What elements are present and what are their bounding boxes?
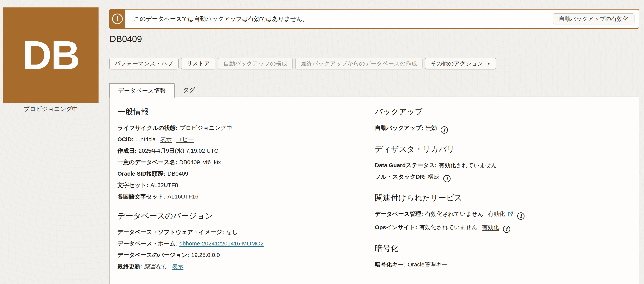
field-encryption-key: 暗号化キー:Oracle管理キー (375, 261, 628, 268)
ops-insights-info-icon[interactable]: i (503, 226, 510, 233)
field-database-software-image-label: データベース・ソフトウェア・イメージ: (118, 229, 224, 235)
performance-hub-button-label: パフォーマンス・ハブ (115, 60, 173, 68)
page-title: DB0409 (110, 34, 142, 44)
field-ocid-label: OCID: (118, 136, 134, 143)
field-ops-insights-value: 有効化されていません (419, 224, 478, 230)
more-actions-button[interactable]: その他のアクション▼ (425, 58, 496, 69)
tab-tags[interactable]: タグ (174, 83, 203, 97)
external-link-icon[interactable] (507, 210, 514, 218)
field-oracle-sid-prefix-label: Oracle SID接頭辞: (118, 171, 166, 177)
database-management-info-icon-glyph: i (520, 214, 522, 218)
field-character-set: 文字セット:AL32UTF8 (118, 181, 371, 189)
field-last-updated-value: 該当なし (144, 263, 167, 269)
enable-auto-backup-button[interactable]: 自動バックアップの有効化 (553, 13, 634, 25)
field-database-version-label: データベースのバージョン: (118, 252, 189, 258)
field-oracle-sid-prefix: Oracle SID接頭辞:DB0409 (118, 170, 371, 178)
page: DB プロビジョニング中 ! このデータベースでは自動バックアップは有効ではあり… (0, 0, 644, 284)
field-data-guard-status: Data Guardステータス:有効化されていません (375, 162, 628, 169)
lifecycle-status-label: プロビジョニング中 (3, 105, 98, 113)
field-auto-backup-value: 無効 (426, 125, 437, 131)
field-character-set-value: AL32UTF8 (150, 182, 178, 188)
field-unique-database-name-value: DB0409_vf6_kix (179, 159, 221, 165)
field-full-stack-dr: フル・スタックDR:構成i (375, 173, 628, 183)
restore-button-label: リストア (186, 60, 210, 68)
field-database-management-value: 有効化されていません (425, 211, 483, 217)
field-lifecycle-state: ライフサイクルの状態:プロビジョニング中 (118, 124, 371, 132)
field-created-date: 作成日:2025年4月9日(水) 7:19:02 UTC (118, 147, 371, 155)
auto-backup-info-icon[interactable]: i (441, 126, 448, 133)
configure-auto-backup-button-label: 自動バックアップの構成 (223, 60, 287, 68)
section-database-version-heading: データベースのバージョン (118, 211, 371, 221)
field-last-updated-label: 最終更新: (118, 263, 142, 269)
field-database-software-image: データベース・ソフトウェア・イメージ:なし (118, 228, 371, 236)
field-character-set-label: 文字セット: (118, 182, 148, 188)
show-ocid-link[interactable]: 表示 (160, 136, 172, 143)
field-database-version: データベースのバージョン:19.25.0.0.0 (118, 251, 371, 259)
field-national-character-set: 各国語文字セット:AL16UTF16 (118, 193, 371, 200)
configure-full-stack-dr-link[interactable]: 構成 (428, 174, 440, 180)
field-oracle-sid-prefix-value: DB0409 (168, 171, 188, 177)
configure-auto-backup-button: 自動バックアップの構成 (218, 58, 293, 69)
section-disaster-recovery-heading: ディザスタ・リカバリ (375, 144, 628, 154)
field-unique-database-name-label: 一意のデータベース名: (118, 159, 177, 165)
restore-button[interactable]: リストア (181, 58, 216, 69)
field-database-home-label: データベース・ホーム: (118, 240, 177, 247)
field-unique-database-name: 一意のデータベース名:DB0409_vf6_kix (118, 159, 371, 166)
action-buttons: パフォーマンス・ハブリストア自動バックアップの構成最終バックアップからのデータベ… (109, 58, 496, 69)
field-ops-insights: Opsインサイト:有効化されていません有効化i (375, 223, 628, 233)
warning-banner-strip: ! (110, 10, 125, 28)
database-tile: DB (3, 8, 98, 103)
field-ocid-value: ...nt4cla (136, 136, 156, 143)
database-management-info-icon[interactable]: i (517, 212, 524, 220)
warning-banner: ! このデータベースでは自動バックアップは有効ではありません。 自動バックアップ… (109, 9, 639, 29)
field-ocid: OCID:...nt4cla表示コピー (118, 135, 371, 143)
ops-insights-info-icon-glyph: i (506, 227, 508, 232)
show-last-update-link[interactable]: 表示 (172, 263, 183, 269)
full-stack-dr-info-icon[interactable]: i (443, 175, 450, 182)
field-auto-backup: 自動バックアップ:無効i (375, 124, 628, 133)
tab-bar: データベース情報タグ (109, 83, 203, 97)
field-created-date-value: 2025年4月9日(水) 7:19:02 UTC (138, 148, 218, 154)
section-associated-services-heading: 関連付けられたサービス (375, 193, 628, 203)
field-database-home: データベース・ホーム:dbhome-202412201416-MOMO2 (118, 240, 371, 247)
full-stack-dr-info-icon-glyph: i (446, 176, 448, 181)
field-database-version-value: 19.25.0.0.0 (191, 252, 220, 258)
section-general-information-heading: 一般情報 (118, 107, 371, 116)
field-last-updated: 最終更新:該当なし表示 (118, 263, 371, 270)
field-data-guard-status-label: Data Guardステータス: (375, 162, 437, 168)
field-database-management-label: データベース管理: (375, 211, 423, 217)
field-lifecycle-state-label: ライフサイクルの状態: (118, 125, 178, 131)
field-created-date-label: 作成日: (118, 148, 136, 154)
field-national-character-set-label: 各国語文字セット: (118, 193, 166, 200)
field-full-stack-dr-label: フル・スタックDR: (375, 174, 426, 180)
copy-ocid-link[interactable]: コピー (176, 136, 194, 143)
field-database-management: データベース管理:有効化されていません有効化i (375, 210, 628, 220)
warning-banner-message: このデータベースでは自動バックアップは有効ではありません。 (134, 10, 308, 28)
field-lifecycle-state-value: プロビジョニング中 (180, 125, 232, 131)
details-panel: 一般情報ライフサイクルの状態:プロビジョニング中OCID:...nt4cla表示… (109, 97, 639, 284)
field-database-software-image-value: なし (226, 229, 238, 235)
enable-database-management-link[interactable]: 有効化 (488, 211, 505, 217)
create-database-from-last-backup-button: 最終バックアップからのデータベースの作成 (295, 58, 422, 69)
create-database-from-last-backup-button-label: 最終バックアップからのデータベースの作成 (301, 60, 417, 68)
enable-ops-insights-link[interactable]: 有効化 (482, 224, 499, 230)
field-encryption-key-label: 暗号化キー: (375, 261, 406, 267)
details-left-column: 一般情報ライフサイクルの状態:プロビジョニング中OCID:...nt4cla表示… (118, 107, 371, 274)
database-tile-label: DB (22, 32, 79, 78)
field-encryption-key-value: Oracle管理キー (408, 261, 448, 267)
more-actions-button-label: その他のアクション (430, 60, 483, 68)
details-right-column: バックアップ自動バックアップ:無効iディザスタ・リカバリData Guardステ… (375, 107, 628, 272)
field-ops-insights-label: Opsインサイト: (375, 224, 417, 230)
field-national-character-set-value: AL16UTF16 (168, 193, 198, 200)
performance-hub-button[interactable]: パフォーマンス・ハブ (109, 58, 178, 69)
tab-database-information[interactable]: データベース情報 (109, 83, 174, 97)
section-encryption-heading: 暗号化 (375, 243, 628, 253)
auto-backup-info-icon-glyph: i (443, 127, 445, 132)
field-data-guard-status-value: 有効化されていません (439, 162, 497, 168)
section-backup-heading: バックアップ (375, 107, 628, 116)
warning-icon: ! (112, 14, 123, 24)
field-auto-backup-label: 自動バックアップ: (375, 125, 423, 131)
chevron-down-icon: ▼ (487, 62, 490, 66)
database-home-link[interactable]: dbhome-202412201416-MOMO2 (179, 240, 264, 247)
